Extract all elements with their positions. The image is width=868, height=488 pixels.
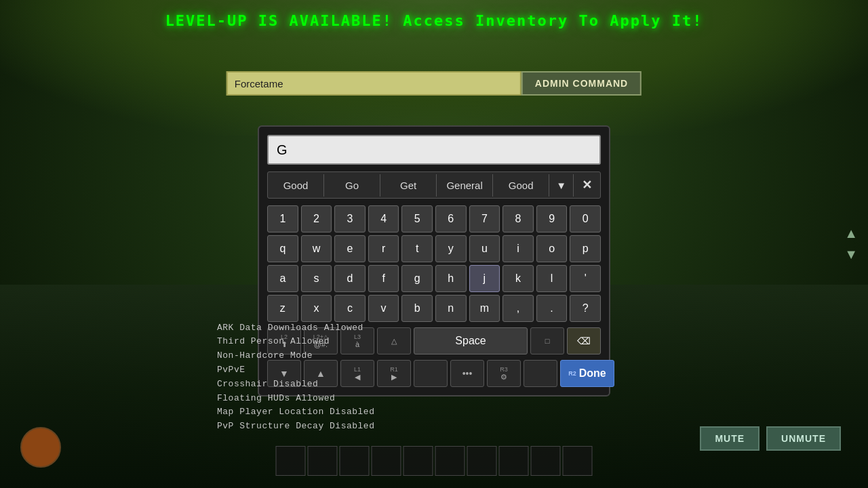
key-t[interactable]: t	[401, 235, 433, 262]
key-m[interactable]: m	[469, 295, 500, 322]
qwerty-row: q w e r t y u i o p	[267, 235, 601, 262]
r3-label: R3	[500, 366, 508, 373]
key-r1[interactable]: R1 ▶	[377, 360, 411, 387]
key-4[interactable]: 4	[368, 205, 399, 232]
zxcv-row: z x c v b n m , . ?	[267, 295, 601, 322]
key-apostrophe[interactable]: '	[570, 265, 601, 292]
key-question[interactable]: ?	[570, 295, 601, 322]
suggestion-get[interactable]: Get	[380, 174, 437, 197]
key-7[interactable]: 7	[469, 205, 500, 232]
key-d[interactable]: d	[334, 265, 366, 292]
suggestion-good-2[interactable]: Good	[493, 174, 549, 197]
asdf-row: a s d f g h j k l '	[267, 265, 601, 292]
key-l[interactable]: l	[536, 265, 568, 292]
unmute-button[interactable]: UNMUTE	[766, 426, 841, 451]
key-r[interactable]: r	[368, 235, 399, 262]
server-info-line-1: Third Person Allowed	[217, 335, 374, 349]
hud-player	[20, 427, 61, 468]
server-info-line-2: Non-Hardcore Mode	[217, 349, 374, 363]
key-triangle[interactable]: △	[377, 327, 411, 354]
key-j[interactable]: j	[469, 265, 500, 292]
done-label: Done	[579, 367, 606, 380]
key-n[interactable]: n	[435, 295, 467, 322]
key-u[interactable]: u	[469, 235, 500, 262]
suggestion-go[interactable]: Go	[324, 174, 380, 197]
key-k[interactable]: k	[502, 265, 534, 292]
key-comma[interactable]: ,	[502, 295, 534, 322]
server-info: ARK Data Downloads Allowed Third Person …	[217, 321, 374, 434]
admin-input[interactable]	[226, 71, 521, 96]
hotbar-slot-1[interactable]	[276, 446, 306, 476]
suggestions-close[interactable]: ✕	[574, 172, 600, 198]
key-empty	[414, 360, 448, 387]
mute-button[interactable]: MUTE	[700, 426, 760, 451]
key-v[interactable]: v	[368, 295, 399, 322]
key-p[interactable]: p	[570, 235, 601, 262]
key-w[interactable]: w	[301, 235, 332, 262]
key-5[interactable]: 5	[401, 205, 433, 232]
triangle-icon: △	[391, 337, 397, 346]
key-c[interactable]: c	[334, 295, 366, 322]
hotbar-slot-9[interactable]	[531, 446, 561, 476]
admin-bar: ADMIN COMMAND	[226, 71, 642, 96]
key-1[interactable]: 1	[267, 205, 298, 232]
key-done[interactable]: R2 Done	[560, 360, 614, 387]
hotbar-slot-4[interactable]	[372, 446, 401, 476]
key-period[interactable]: .	[536, 295, 568, 322]
hotbar-slot-10[interactable]	[563, 446, 593, 476]
levelup-bar: LEVEL-UP IS AVAILABLE! Access Inventory …	[165, 12, 703, 29]
nav-up-arrow[interactable]: ▲	[844, 226, 858, 241]
key-z[interactable]: z	[267, 295, 298, 322]
hotbar-slot-3[interactable]	[340, 446, 370, 476]
key-y[interactable]: y	[435, 235, 467, 262]
space-label: Space	[455, 335, 486, 347]
key-q[interactable]: q	[267, 235, 298, 262]
key-9[interactable]: 9	[536, 205, 568, 232]
suggestion-general[interactable]: General	[437, 174, 493, 197]
key-dots[interactable]: •••	[450, 360, 484, 387]
key-o[interactable]: o	[536, 235, 568, 262]
server-info-line-7: PvP Structure Decay Disabled	[217, 420, 374, 434]
key-r3[interactable]: R3 ⚙	[487, 360, 521, 387]
key-g[interactable]: g	[401, 265, 433, 292]
server-info-line-0: ARK Data Downloads Allowed	[217, 321, 374, 336]
key-s[interactable]: s	[301, 265, 332, 292]
admin-command-button[interactable]: ADMIN COMMAND	[521, 71, 642, 96]
key-h[interactable]: h	[435, 265, 467, 292]
key-8[interactable]: 8	[502, 205, 534, 232]
server-info-line-6: Map Player Location Disabled	[217, 405, 374, 420]
nav-down-arrow[interactable]: ▼	[844, 247, 858, 262]
r1-label: R1	[390, 366, 398, 373]
keyboard-search-input[interactable]	[267, 135, 601, 165]
key-a[interactable]: a	[267, 265, 298, 292]
key-f[interactable]: f	[368, 265, 399, 292]
key-space[interactable]: Space	[414, 327, 528, 354]
suggestions-dropdown[interactable]: ▼	[549, 174, 574, 197]
key-b[interactable]: b	[401, 295, 433, 322]
number-row: 1 2 3 4 5 6 7 8 9 0	[267, 205, 601, 232]
key-3[interactable]: 3	[334, 205, 366, 232]
mute-controls: MUTE UNMUTE	[700, 426, 841, 451]
hotbar	[276, 446, 593, 476]
hotbar-slot-8[interactable]	[499, 446, 529, 476]
right-arrow-icon: ▶	[391, 373, 397, 382]
key-backspace[interactable]: ⌫	[567, 327, 601, 354]
key-2[interactable]: 2	[301, 205, 332, 232]
key-empty2	[524, 360, 557, 387]
key-square[interactable]: □	[530, 327, 564, 354]
key-6[interactable]: 6	[435, 205, 467, 232]
key-0[interactable]: 0	[570, 205, 601, 232]
key-i[interactable]: i	[502, 235, 534, 262]
hotbar-slot-6[interactable]	[435, 446, 465, 476]
key-x[interactable]: x	[301, 295, 332, 322]
suggestion-good-1[interactable]: Good	[268, 174, 324, 197]
hotbar-slot-5[interactable]	[403, 446, 433, 476]
key-e[interactable]: e	[334, 235, 366, 262]
hotbar-slot-2[interactable]	[308, 446, 338, 476]
backspace-icon: ⌫	[577, 336, 591, 346]
hotbar-slot-7[interactable]	[467, 446, 497, 476]
hud-right-nav: ▲ ▼	[844, 226, 858, 262]
r3-icon: ⚙	[500, 373, 507, 382]
r2-label: R2	[568, 370, 576, 377]
levelup-text: LEVEL-UP IS AVAILABLE! Access Inventory …	[165, 12, 703, 29]
